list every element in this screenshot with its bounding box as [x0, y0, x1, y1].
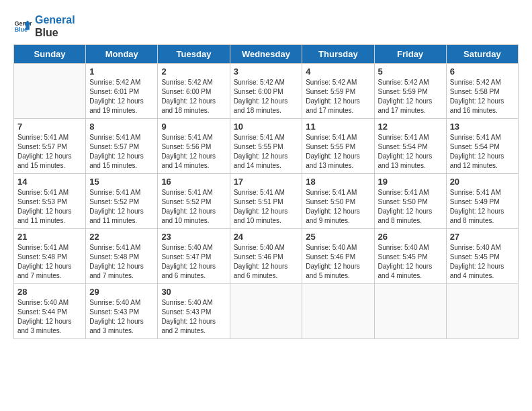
calendar-cell: 24Sunrise: 5:40 AM Sunset: 5:46 PM Dayli…	[230, 229, 302, 284]
day-info: Sunrise: 5:41 AM Sunset: 5:54 PM Dayligh…	[378, 133, 443, 171]
weekday-header-thursday: Thursday	[302, 45, 374, 64]
day-info: Sunrise: 5:41 AM Sunset: 5:53 PM Dayligh…	[17, 188, 82, 226]
weekday-header-row: SundayMondayTuesdayWednesdayThursdayFrid…	[14, 45, 519, 64]
day-info: Sunrise: 5:40 AM Sunset: 5:43 PM Dayligh…	[161, 298, 226, 336]
day-number: 3	[234, 66, 299, 77]
calendar-cell: 1Sunrise: 5:42 AM Sunset: 6:01 PM Daylig…	[86, 64, 158, 119]
day-number: 9	[161, 122, 226, 132]
day-number: 5	[378, 66, 443, 77]
weekday-header-wednesday: Wednesday	[230, 45, 302, 64]
calendar-cell: 12Sunrise: 5:41 AM Sunset: 5:54 PM Dayli…	[374, 119, 446, 174]
day-number: 30	[161, 287, 226, 297]
day-info: Sunrise: 5:40 AM Sunset: 5:46 PM Dayligh…	[234, 243, 299, 281]
day-number: 7	[17, 122, 82, 132]
calendar-cell: 9Sunrise: 5:41 AM Sunset: 5:56 PM Daylig…	[158, 119, 230, 174]
calendar-cell: 5Sunrise: 5:42 AM Sunset: 5:59 PM Daylig…	[374, 64, 446, 119]
calendar-cell: 19Sunrise: 5:41 AM Sunset: 5:50 PM Dayli…	[374, 174, 446, 229]
day-info: Sunrise: 5:42 AM Sunset: 5:59 PM Dayligh…	[306, 78, 370, 116]
calendar-week-row: 1Sunrise: 5:42 AM Sunset: 6:01 PM Daylig…	[14, 64, 519, 119]
calendar-cell: 21Sunrise: 5:41 AM Sunset: 5:48 PM Dayli…	[14, 229, 86, 284]
page-header: General Blue General Blue	[13, 13, 519, 39]
day-info: Sunrise: 5:41 AM Sunset: 5:57 PM Dayligh…	[89, 133, 154, 171]
day-number: 14	[17, 177, 82, 187]
calendar-cell: 8Sunrise: 5:41 AM Sunset: 5:57 PM Daylig…	[86, 119, 158, 174]
day-info: Sunrise: 5:40 AM Sunset: 5:45 PM Dayligh…	[378, 243, 443, 281]
calendar-week-row: 21Sunrise: 5:41 AM Sunset: 5:48 PM Dayli…	[14, 229, 519, 284]
weekday-header-friday: Friday	[374, 45, 446, 64]
calendar-cell: 29Sunrise: 5:40 AM Sunset: 5:43 PM Dayli…	[86, 284, 158, 339]
calendar-week-row: 14Sunrise: 5:41 AM Sunset: 5:53 PM Dayli…	[14, 174, 519, 229]
calendar-table: SundayMondayTuesdayWednesdayThursdayFrid…	[13, 44, 519, 339]
day-number: 29	[89, 287, 154, 297]
day-number: 1	[89, 66, 154, 77]
day-number: 21	[17, 232, 82, 242]
day-number: 26	[378, 232, 443, 242]
calendar-cell: 13Sunrise: 5:41 AM Sunset: 5:54 PM Dayli…	[446, 119, 518, 174]
day-number: 22	[89, 232, 154, 242]
day-number: 6	[450, 66, 515, 77]
calendar-cell: 14Sunrise: 5:41 AM Sunset: 5:53 PM Dayli…	[14, 174, 86, 229]
day-number: 15	[89, 177, 154, 187]
day-number: 20	[450, 177, 515, 187]
day-number: 4	[306, 66, 370, 77]
calendar-cell: 17Sunrise: 5:41 AM Sunset: 5:51 PM Dayli…	[230, 174, 302, 229]
day-info: Sunrise: 5:41 AM Sunset: 5:56 PM Dayligh…	[161, 133, 226, 171]
calendar-cell: 28Sunrise: 5:40 AM Sunset: 5:44 PM Dayli…	[14, 284, 86, 339]
calendar-cell: 30Sunrise: 5:40 AM Sunset: 5:43 PM Dayli…	[158, 284, 230, 339]
day-info: Sunrise: 5:41 AM Sunset: 5:57 PM Dayligh…	[17, 133, 82, 171]
day-info: Sunrise: 5:42 AM Sunset: 6:00 PM Dayligh…	[161, 78, 226, 116]
calendar-cell: 2Sunrise: 5:42 AM Sunset: 6:00 PM Daylig…	[158, 64, 230, 119]
day-info: Sunrise: 5:41 AM Sunset: 5:52 PM Dayligh…	[89, 188, 154, 226]
day-number: 2	[161, 66, 226, 77]
day-info: Sunrise: 5:41 AM Sunset: 5:50 PM Dayligh…	[306, 188, 370, 226]
day-info: Sunrise: 5:40 AM Sunset: 5:44 PM Dayligh…	[17, 298, 82, 336]
day-number: 12	[378, 122, 443, 132]
calendar-cell	[446, 284, 518, 339]
day-info: Sunrise: 5:42 AM Sunset: 5:59 PM Dayligh…	[378, 78, 443, 116]
calendar-cell: 15Sunrise: 5:41 AM Sunset: 5:52 PM Dayli…	[86, 174, 158, 229]
day-info: Sunrise: 5:41 AM Sunset: 5:51 PM Dayligh…	[234, 188, 299, 226]
calendar-cell: 10Sunrise: 5:41 AM Sunset: 5:55 PM Dayli…	[230, 119, 302, 174]
calendar-cell: 16Sunrise: 5:41 AM Sunset: 5:52 PM Dayli…	[158, 174, 230, 229]
calendar-cell	[374, 284, 446, 339]
calendar-cell: 3Sunrise: 5:42 AM Sunset: 6:00 PM Daylig…	[230, 64, 302, 119]
logo-name-blue: Blue	[35, 26, 75, 39]
calendar-cell	[302, 284, 374, 339]
day-info: Sunrise: 5:40 AM Sunset: 5:46 PM Dayligh…	[306, 243, 370, 281]
calendar-cell: 18Sunrise: 5:41 AM Sunset: 5:50 PM Dayli…	[302, 174, 374, 229]
calendar-cell: 23Sunrise: 5:40 AM Sunset: 5:47 PM Dayli…	[158, 229, 230, 284]
day-info: Sunrise: 5:40 AM Sunset: 5:43 PM Dayligh…	[89, 298, 154, 336]
logo-icon: General Blue	[13, 17, 32, 36]
calendar-week-row: 7Sunrise: 5:41 AM Sunset: 5:57 PM Daylig…	[14, 119, 519, 174]
day-info: Sunrise: 5:41 AM Sunset: 5:48 PM Dayligh…	[89, 243, 154, 281]
day-number: 19	[378, 177, 443, 187]
day-number: 18	[306, 177, 370, 187]
day-number: 16	[161, 177, 226, 187]
calendar-cell: 7Sunrise: 5:41 AM Sunset: 5:57 PM Daylig…	[14, 119, 86, 174]
day-number: 25	[306, 232, 370, 242]
day-number: 8	[89, 122, 154, 132]
calendar-cell: 25Sunrise: 5:40 AM Sunset: 5:46 PM Dayli…	[302, 229, 374, 284]
day-info: Sunrise: 5:42 AM Sunset: 5:58 PM Dayligh…	[450, 78, 515, 116]
calendar-cell: 26Sunrise: 5:40 AM Sunset: 5:45 PM Dayli…	[374, 229, 446, 284]
day-info: Sunrise: 5:41 AM Sunset: 5:50 PM Dayligh…	[378, 188, 443, 226]
day-number: 13	[450, 122, 515, 132]
calendar-week-row: 28Sunrise: 5:40 AM Sunset: 5:44 PM Dayli…	[14, 284, 519, 339]
day-info: Sunrise: 5:41 AM Sunset: 5:55 PM Dayligh…	[306, 133, 370, 171]
day-info: Sunrise: 5:41 AM Sunset: 5:49 PM Dayligh…	[450, 188, 515, 226]
weekday-header-tuesday: Tuesday	[158, 45, 230, 64]
day-info: Sunrise: 5:42 AM Sunset: 6:01 PM Dayligh…	[89, 78, 154, 116]
day-info: Sunrise: 5:41 AM Sunset: 5:54 PM Dayligh…	[450, 133, 515, 171]
calendar-cell: 4Sunrise: 5:42 AM Sunset: 5:59 PM Daylig…	[302, 64, 374, 119]
day-info: Sunrise: 5:40 AM Sunset: 5:47 PM Dayligh…	[161, 243, 226, 281]
day-number: 27	[450, 232, 515, 242]
logo-name-general: General	[35, 13, 75, 26]
day-info: Sunrise: 5:41 AM Sunset: 5:52 PM Dayligh…	[161, 188, 226, 226]
svg-text:Blue: Blue	[14, 27, 28, 34]
day-info: Sunrise: 5:41 AM Sunset: 5:48 PM Dayligh…	[17, 243, 82, 281]
day-info: Sunrise: 5:42 AM Sunset: 6:00 PM Dayligh…	[234, 78, 299, 116]
calendar-cell: 11Sunrise: 5:41 AM Sunset: 5:55 PM Dayli…	[302, 119, 374, 174]
weekday-header-sunday: Sunday	[14, 45, 86, 64]
day-number: 28	[17, 287, 82, 297]
day-number: 10	[234, 122, 299, 132]
